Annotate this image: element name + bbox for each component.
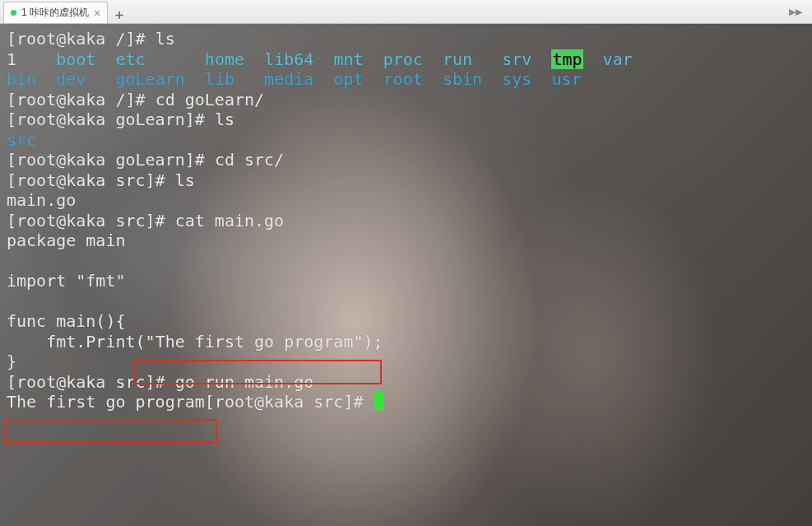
ls-entry: usr: [551, 69, 581, 89]
prompt: [root@kaka /]#: [7, 29, 155, 49]
status-dot-icon: [11, 10, 16, 16]
prompt: [root@kaka src]#: [205, 392, 374, 412]
ls-entry: media: [264, 69, 313, 89]
ls-entry: dev: [56, 69, 86, 89]
ls-entry: sys: [502, 69, 531, 89]
ls-entry: sbin: [443, 69, 482, 89]
command: ls: [175, 170, 195, 190]
command: ls: [215, 109, 234, 129]
source-line: }: [7, 351, 16, 371]
ls-entry: etc: [115, 49, 145, 69]
prompt: [root@kaka src]#: [7, 170, 175, 190]
prompt: [root@kaka src]#: [7, 211, 175, 230]
close-icon[interactable]: ×: [94, 7, 100, 20]
command: cd src/: [215, 150, 284, 170]
prompt: [root@kaka goLearn]#: [7, 109, 215, 129]
source-line: ");: [353, 332, 383, 351]
source-line: fmt.Print(": [7, 332, 155, 351]
ls-entry: var: [603, 49, 633, 69]
ls-entry: root: [383, 69, 423, 89]
ls-entry: lib64: [264, 49, 313, 69]
ls-entry: goLearn: [115, 69, 184, 89]
ls-entry: main.go: [7, 190, 76, 210]
ls-entry-tmp: tmp: [551, 49, 582, 69]
terminal-cursor-icon: [374, 392, 383, 410]
ls-entry: src: [7, 130, 36, 150]
add-tab-button[interactable]: +: [111, 5, 128, 23]
ls-entry: 1: [7, 49, 16, 69]
command: go run main.go: [175, 372, 314, 392]
command: cat main.go: [175, 211, 284, 230]
program-output: The first go program: [7, 392, 205, 412]
source-line: import "fmt": [7, 271, 126, 291]
prompt: [root@kaka /]#: [7, 90, 155, 109]
ls-entry: lib: [205, 69, 234, 89]
ls-entry: boot: [56, 49, 95, 69]
ls-entry: run: [443, 49, 472, 69]
command: ls: [155, 29, 175, 49]
prompt: [root@kaka src]#: [7, 372, 175, 392]
ls-entry: bin: [7, 69, 36, 89]
ls-entry: mnt: [333, 49, 363, 69]
overflow-chevron-icon[interactable]: ▶▶: [789, 7, 802, 17]
source-line: package main: [7, 230, 126, 250]
source-string-literal: The first go program: [155, 332, 354, 351]
command: cd goLearn/: [155, 90, 264, 109]
ls-entry: proc: [383, 49, 423, 69]
ls-entry: home: [205, 49, 244, 69]
ls-entry: opt: [333, 69, 363, 89]
terminal-viewport[interactable]: [root@kaka /]# ls 1 boot etc home lib64 …: [0, 24, 812, 526]
tab-active[interactable]: 1 咔咔的虚拟机 ×: [3, 2, 108, 23]
plus-icon: +: [115, 6, 124, 23]
prompt: [root@kaka goLearn]#: [7, 150, 215, 170]
tab-title: 1 咔咔的虚拟机: [21, 6, 89, 20]
terminal-text: [root@kaka /]# ls 1 boot etc home lib64 …: [0, 24, 812, 412]
ls-entry: srv: [502, 49, 531, 69]
tab-bar: 1 咔咔的虚拟机 × + ▶▶: [0, 0, 812, 24]
source-line: func main(){: [7, 311, 126, 331]
